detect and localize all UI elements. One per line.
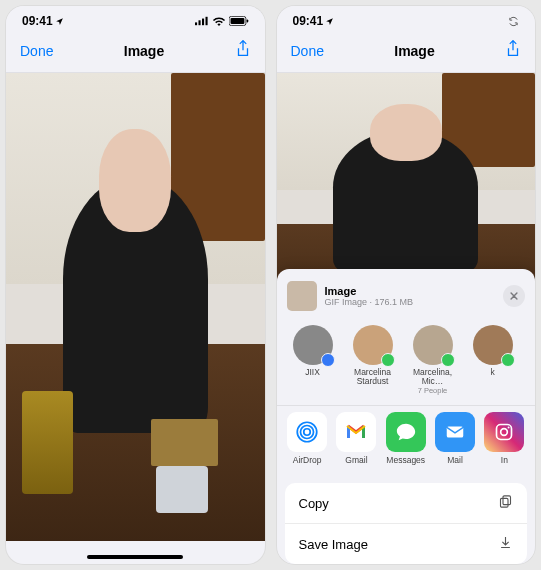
contact-item[interactable]: JIIX [285, 325, 341, 395]
app-item-instagram[interactable]: In [482, 412, 527, 465]
avatar [473, 325, 513, 365]
share-contacts-row[interactable]: JIIX Marcelina Stardust Marcelina, Mic… … [277, 319, 536, 405]
share-title: Image [325, 285, 496, 297]
avatar [353, 325, 393, 365]
share-button[interactable] [235, 40, 251, 62]
done-button[interactable]: Done [20, 43, 53, 59]
contact-label: Marcelina, Mic… [405, 368, 461, 387]
share-sheet: Image GIF Image · 176.1 MB JIIX Marcelin… [277, 269, 536, 564]
action-label: Save Image [299, 537, 368, 552]
svg-rect-17 [501, 498, 509, 507]
page-title: Image [394, 43, 434, 59]
share-subtitle: GIF Image · 176.1 MB [325, 297, 496, 307]
action-label: Copy [299, 496, 329, 511]
download-icon [498, 535, 513, 553]
share-thumbnail [287, 281, 317, 311]
airdrop-icon [287, 412, 327, 452]
app-item-mail[interactable]: Mail [432, 412, 477, 465]
status-bar: 09:41 [6, 6, 265, 32]
time-label: 09:41 [293, 14, 324, 28]
copy-icon [498, 494, 513, 512]
messages-badge-icon [441, 353, 455, 367]
svg-rect-3 [205, 17, 207, 25]
app-label: Mail [432, 455, 477, 465]
app-item-messages[interactable]: Messages [383, 412, 428, 465]
instagram-icon [484, 412, 524, 452]
app-label: AirDrop [285, 455, 330, 465]
svg-rect-5 [230, 18, 244, 24]
svg-point-15 [508, 426, 510, 428]
avatar [413, 325, 453, 365]
location-icon [325, 17, 334, 26]
app-label: Messages [383, 455, 428, 465]
messages-badge-icon [501, 353, 515, 367]
contact-label: k [465, 368, 521, 377]
close-icon [509, 291, 519, 301]
image-viewer[interactable] [6, 73, 265, 541]
contact-sublabel: 7 People [405, 387, 461, 395]
app-label: Gmail [334, 455, 379, 465]
share-header: Image GIF Image · 176.1 MB [277, 277, 536, 319]
gmail-icon [336, 412, 376, 452]
svg-point-8 [301, 426, 314, 439]
airdrop-badge-icon [321, 353, 335, 367]
contact-label: Marcelina Stardust [345, 368, 401, 387]
phone-right: 09:41 Done Image Image GIF Image · 176.1… [277, 6, 536, 564]
contact-label: JIIX [285, 368, 341, 377]
app-item-gmail[interactable]: Gmail [334, 412, 379, 465]
svg-rect-0 [195, 22, 197, 25]
share-actions: Copy Save Image [285, 483, 528, 564]
messages-icon [386, 412, 426, 452]
app-label: In [482, 455, 527, 465]
messages-badge-icon [381, 353, 395, 367]
copy-action[interactable]: Copy [285, 483, 528, 523]
nav-bar: Done Image [6, 32, 265, 73]
svg-rect-16 [503, 496, 511, 505]
cell-signal-icon [195, 16, 209, 26]
save-image-action[interactable]: Save Image [285, 523, 528, 564]
phone-left: 09:41 Done Image [6, 6, 265, 564]
home-indicator[interactable] [87, 555, 183, 559]
location-icon [55, 17, 64, 26]
close-button[interactable] [503, 285, 525, 307]
share-button[interactable] [505, 40, 521, 62]
contact-item[interactable]: k [465, 325, 521, 395]
avatar [293, 325, 333, 365]
page-title: Image [124, 43, 164, 59]
svg-rect-1 [198, 20, 200, 25]
app-item-airdrop[interactable]: AirDrop [285, 412, 330, 465]
battery-icon [229, 16, 249, 26]
sync-icon [508, 16, 519, 27]
svg-point-7 [304, 429, 311, 436]
share-apps-row[interactable]: AirDrop Gmail Messages Mail [277, 406, 536, 475]
nav-bar: Done Image [277, 32, 536, 73]
svg-rect-2 [202, 19, 204, 26]
svg-point-14 [501, 429, 508, 436]
svg-rect-6 [246, 19, 248, 22]
status-bar: 09:41 [277, 6, 536, 32]
mail-icon [435, 412, 475, 452]
contact-item[interactable]: Marcelina, Mic… 7 People [405, 325, 461, 395]
time-label: 09:41 [22, 14, 53, 28]
done-button[interactable]: Done [291, 43, 324, 59]
svg-rect-12 [447, 427, 464, 438]
contact-item[interactable]: Marcelina Stardust [345, 325, 401, 395]
wifi-icon [212, 16, 226, 26]
